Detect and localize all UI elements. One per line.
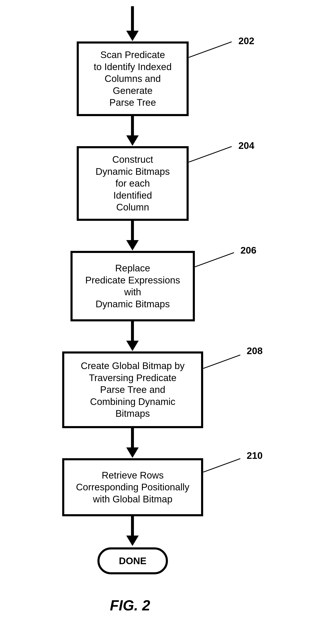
step-text: Retrieve RowsCorresponding Positionallyw… xyxy=(76,470,189,505)
step-label: 208 xyxy=(247,345,263,356)
leader-line xyxy=(189,146,232,162)
step-box-208: Create Global Bitmap byTraversing Predic… xyxy=(62,352,203,428)
step-text: Scan Predicateto Identify IndexedColumns… xyxy=(94,49,172,109)
arrow-down-icon xyxy=(126,536,139,546)
step-text: Create Global Bitmap byTraversing Predic… xyxy=(81,360,184,420)
arrow-down-icon xyxy=(126,136,139,146)
arrow-shaft xyxy=(131,322,134,341)
step-label: 210 xyxy=(247,450,263,461)
arrow-shaft xyxy=(131,428,134,448)
flowchart-figure: Scan Predicateto Identify IndexedColumns… xyxy=(0,0,335,644)
step-text: ReplacePredicate ExpressionswithDynamic … xyxy=(85,262,180,310)
terminal-done: DONE xyxy=(98,548,168,574)
step-text: ConstructDynamic Bitmapsfor eachIdentifi… xyxy=(96,154,170,213)
step-box-206: ReplacePredicate ExpressionswithDynamic … xyxy=(70,251,195,322)
arrow-down-icon xyxy=(126,448,139,458)
arrow-down-icon xyxy=(126,31,139,41)
arrow-shaft xyxy=(131,516,134,536)
step-label: 206 xyxy=(240,245,256,256)
arrow-down-icon xyxy=(126,240,139,250)
step-label: 204 xyxy=(238,140,254,151)
arrow-shaft xyxy=(131,221,134,240)
step-box-204: ConstructDynamic Bitmapsfor eachIdentifi… xyxy=(77,146,189,221)
leader-line xyxy=(195,252,234,267)
leader-line xyxy=(203,458,240,472)
figure-caption: FIG. 2 xyxy=(110,597,150,614)
leader-line xyxy=(203,354,240,369)
leader-line xyxy=(189,42,232,58)
arrow-shaft xyxy=(131,116,134,136)
step-box-202: Scan Predicateto Identify IndexedColumns… xyxy=(77,42,189,116)
step-box-210: Retrieve RowsCorresponding Positionallyw… xyxy=(62,458,203,516)
arrow-shaft xyxy=(131,6,134,31)
arrow-down-icon xyxy=(126,341,139,351)
step-label: 202 xyxy=(238,35,254,46)
terminal-label: DONE xyxy=(119,555,146,566)
